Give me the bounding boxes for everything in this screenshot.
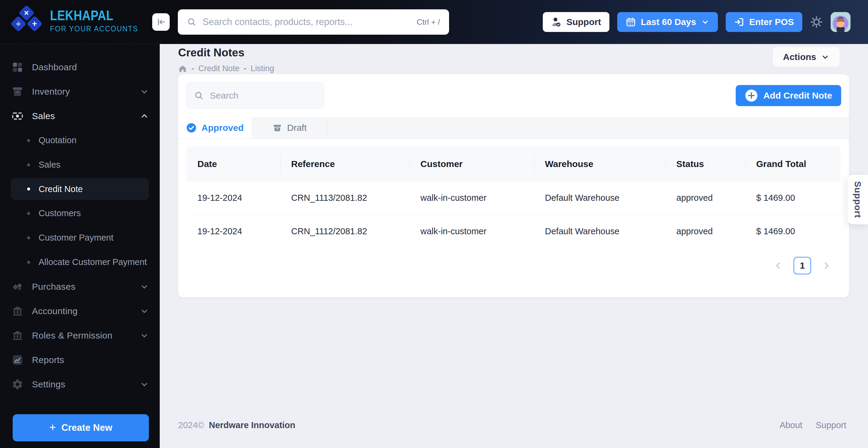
theme-toggle-button[interactable]	[810, 16, 823, 28]
date-range-label: Last 60 Days	[641, 17, 696, 27]
cell-warehouse: Default Warehouse	[534, 227, 665, 236]
sidebar-subitem-customer-payment[interactable]: Customer Payment	[11, 226, 149, 250]
column-header-reference: Reference	[280, 159, 410, 169]
table-row[interactable]: 19-12-2024 CRN_1112/2081.82 walk-in-cust…	[187, 215, 841, 248]
table-row[interactable]: 19-12-2024 CRN_1113/2081.82 walk-in-cust…	[187, 181, 841, 215]
sidebar-subitem-customers[interactable]: Customers	[11, 201, 149, 226]
table-search[interactable]	[186, 82, 324, 109]
sidebar-item-label: Accounting	[32, 306, 78, 316]
chevron-left-icon	[773, 261, 783, 271]
table-header: Date Reference Customer Warehouse Status…	[187, 147, 841, 181]
page-head: Credit Notes - Credit Note - Listing	[178, 47, 274, 73]
footer-link-support[interactable]: Support	[815, 420, 846, 430]
pagination-prev-button[interactable]	[773, 261, 783, 271]
banknote-icon	[11, 110, 24, 122]
bullet-icon	[27, 163, 30, 167]
sidebar-subitem-quotation[interactable]: Quotation	[11, 128, 149, 153]
sidebar-subitem-label: Customers	[38, 208, 81, 218]
column-header-warehouse: Warehouse	[534, 159, 665, 169]
chevron-down-icon	[140, 307, 149, 316]
table-search-input[interactable]	[210, 90, 316, 101]
chevron-down-icon	[140, 380, 149, 389]
add-credit-note-button[interactable]: Add Credit Note	[736, 85, 841, 106]
tab-draft[interactable]: Draft	[252, 117, 327, 139]
support-side-tab-label: Support	[852, 181, 863, 218]
tab-approved[interactable]: Approved	[178, 117, 252, 139]
chevron-down-icon	[140, 331, 149, 340]
copyright-year: 2024©	[178, 420, 204, 430]
brand-name: LEKHAPAL	[50, 7, 127, 24]
cell-date: 19-12-2024	[187, 193, 280, 203]
sidebar-subitem-label: Quotation	[38, 136, 76, 145]
support-button[interactable]: Support	[543, 12, 610, 32]
archive-icon	[273, 123, 282, 133]
sidebar-item-purchases[interactable]: Purchases	[11, 274, 149, 299]
sidebar-item-dashboard[interactable]: Dashboard	[11, 55, 149, 79]
chevron-down-icon	[140, 87, 149, 96]
chevron-down-icon	[140, 282, 149, 291]
search-icon	[187, 17, 196, 27]
breadcrumb-item-credit-note[interactable]: Credit Note	[198, 64, 240, 73]
gear-icon	[11, 378, 24, 390]
sidebar-item-inventory[interactable]: Inventory	[11, 79, 149, 104]
sidebar-subitem-sales[interactable]: Sales	[11, 153, 149, 177]
sidebar-collapse-button[interactable]	[152, 13, 170, 31]
cell-status: approved	[665, 227, 745, 236]
column-header-grand-total: Grand Total	[745, 159, 841, 169]
sidebar-item-settings[interactable]: Settings	[11, 372, 149, 396]
bank-icon	[11, 330, 24, 341]
search-icon	[194, 91, 204, 100]
breadcrumb-separator: -	[244, 64, 247, 73]
footer-link-about[interactable]: About	[780, 420, 803, 430]
pagination-page-1[interactable]: 1	[794, 257, 811, 274]
create-new-button[interactable]: + Create New	[13, 414, 149, 441]
sidebar-subitem-credit-note[interactable]: Credit Note	[11, 178, 149, 200]
column-header-customer: Customer	[410, 159, 534, 169]
footer-links: About Support	[780, 420, 846, 430]
main-content: Credit Notes - Credit Note - Listing Act…	[160, 44, 868, 448]
sidebar-item-sales[interactable]: Sales	[11, 104, 149, 128]
global-search-input[interactable]	[203, 17, 411, 27]
credit-notes-table: Date Reference Customer Warehouse Status…	[178, 139, 849, 248]
cell-grand-total: $ 1469.00	[745, 227, 841, 236]
inventory-icon	[11, 86, 24, 98]
sidebar-item-label: Reports	[32, 355, 64, 365]
home-icon[interactable]	[178, 64, 187, 73]
sidebar-item-label: Inventory	[32, 87, 70, 97]
topbar-actions: Support Last 60 Days En	[543, 0, 850, 44]
brand-logo-icon: × ÷ +	[11, 5, 42, 34]
breadcrumb-item-listing[interactable]: Listing	[251, 64, 274, 73]
cell-reference: CRN_1112/2081.82	[280, 227, 410, 236]
reports-chart-icon	[11, 354, 24, 366]
sidebar-item-label: Roles & Permission	[32, 330, 113, 341]
sidebar-subitem-allocate-customer-payment[interactable]: Allocate Customer Payment	[11, 250, 149, 274]
check-circle-icon	[186, 123, 196, 133]
plus-icon: +	[49, 421, 56, 433]
brand-logo[interactable]: × ÷ + LEKHAPAL FOR YOUR ACCOUNTS	[11, 5, 144, 34]
cell-grand-total: $ 1469.00	[745, 193, 841, 203]
cell-warehouse: Default Warehouse	[534, 193, 665, 203]
pagination-next-button[interactable]	[821, 261, 832, 271]
enter-pos-button[interactable]: Enter POS	[726, 12, 802, 32]
global-search[interactable]: Ctrl + /	[178, 9, 449, 35]
company-name: Nerdware Innovation	[209, 420, 296, 430]
sidebar-subitem-label: Sales	[38, 160, 61, 170]
bullet-icon	[27, 139, 30, 142]
sidebar-item-roles-permission[interactable]: Roles & Permission	[11, 323, 149, 348]
sidebar-item-accounting[interactable]: Accounting	[11, 299, 149, 323]
login-icon	[734, 17, 744, 27]
brand-text: LEKHAPAL FOR YOUR ACCOUNTS	[50, 7, 144, 33]
copyright: 2024© Nerdware Innovation	[178, 420, 296, 430]
bullet-icon	[27, 212, 30, 215]
bullet-icon	[27, 187, 30, 190]
support-side-tab[interactable]: Support	[847, 175, 868, 224]
user-avatar[interactable]	[831, 12, 850, 32]
sidebar-item-reports[interactable]: Reports	[11, 348, 149, 372]
actions-button[interactable]: Actions	[773, 47, 840, 67]
enter-pos-label: Enter POS	[749, 17, 794, 27]
date-range-button[interactable]: Last 60 Days	[617, 12, 718, 32]
tab-draft-label: Draft	[287, 123, 307, 133]
sidebar: Dashboard Inventory	[0, 44, 160, 448]
actions-label: Actions	[783, 52, 816, 62]
chevron-down-icon	[821, 53, 830, 61]
